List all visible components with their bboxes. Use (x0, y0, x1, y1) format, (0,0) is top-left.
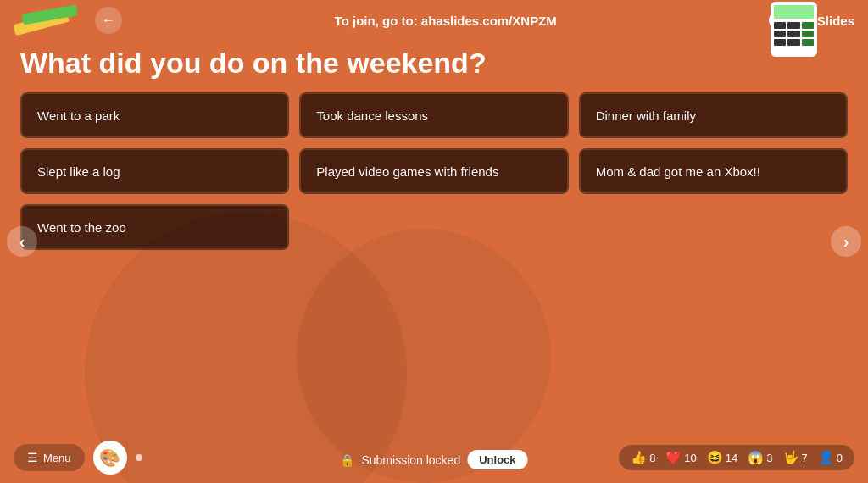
rockon-emoji: 🤟 (783, 450, 799, 465)
palette-decoration: 🎨 (93, 441, 127, 475)
question-title: What did you do on the weekend? (0, 41, 868, 92)
person-emoji: 👤 (818, 450, 834, 465)
answer-5[interactable]: Played video games with friends (299, 148, 568, 194)
thumbsup-emoji: 👍 (631, 450, 647, 465)
answer-6[interactable]: Mom & dad got me an Xbox!! (579, 148, 848, 194)
nav-next-button[interactable]: › (831, 226, 861, 257)
join-url: ahaslides.com/XNPZM (421, 14, 557, 28)
join-text: To join, go to: (335, 14, 421, 28)
answers-grid: Went to a park Took dance lessons Dinner… (0, 92, 868, 250)
menu-button[interactable]: ☰ Menu (14, 444, 85, 471)
person-count: 0 (837, 452, 843, 464)
submission-locked-bar: 🔒 Submission locked Unlock (340, 450, 527, 469)
laugh-count: 14 (726, 452, 737, 464)
nav-prev-button[interactable]: ‹ (7, 226, 37, 257)
laugh-emoji: 😆 (707, 450, 723, 465)
unlock-button[interactable]: Unlock (467, 450, 527, 469)
reaction-person: 👤 0 (818, 450, 843, 465)
answer-4[interactable]: Slept like a log (20, 148, 289, 194)
hamburger-icon: ☰ (27, 451, 38, 464)
menu-label: Menu (43, 452, 71, 464)
reaction-shocked: 😱 3 (748, 450, 772, 465)
shocked-emoji: 😱 (748, 450, 764, 465)
join-info: To join, go to: ahaslides.com/XNPZM (335, 14, 557, 28)
heart-emoji: ❤️ (665, 450, 682, 465)
reaction-heart: ❤️ 10 (665, 450, 696, 465)
reaction-rockon: 🤟 7 (783, 450, 808, 465)
reaction-bar: 👍 8 ❤️ 10 😆 14 😱 3 🤟 7 👤 0 (619, 445, 854, 470)
answer-3[interactable]: Dinner with family (579, 92, 848, 138)
header: ← To join, go to: ahaslides.com/XNPZM A … (0, 0, 868, 41)
lock-icon: 🔒 (340, 453, 354, 467)
heart-count: 10 (684, 452, 696, 464)
rockon-count: 7 (802, 452, 808, 464)
reaction-thumbsup: 👍 8 (631, 450, 655, 465)
bottom-bar: ☰ Menu 🎨 🔒 Submission locked Unlock 👍 8 … (0, 432, 868, 483)
reaction-laugh: 😆 14 (707, 450, 737, 465)
thumbsup-count: 8 (649, 452, 655, 464)
shocked-count: 3 (766, 452, 772, 464)
answer-1[interactable]: Went to a park (20, 92, 289, 138)
back-button[interactable]: ← (95, 7, 122, 34)
dot-decoration (136, 454, 142, 461)
answer-2[interactable]: Took dance lessons (299, 92, 568, 138)
submission-locked-text: Submission locked (361, 453, 460, 467)
calculator-decoration (771, 2, 817, 57)
